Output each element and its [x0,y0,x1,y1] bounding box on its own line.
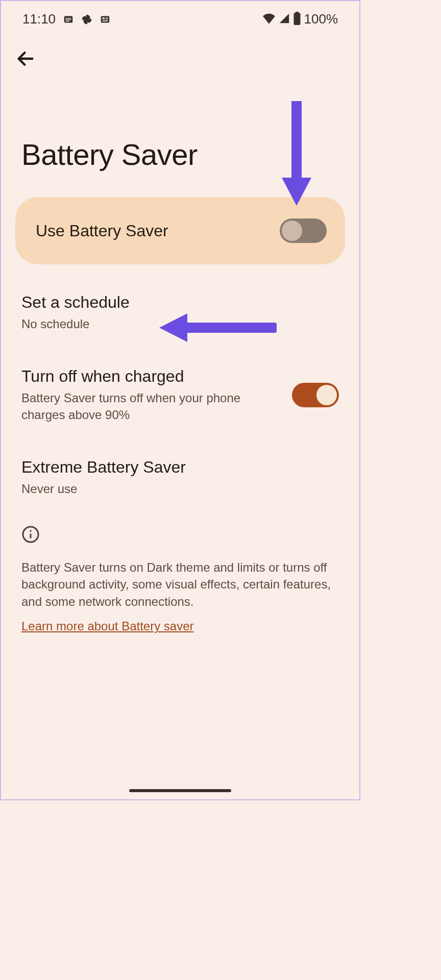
turn-off-when-charged-row[interactable]: Turn off when charged Battery Saver turn… [1,350,359,440]
turn-off-subtitle: Battery Saver turns off when your phone … [21,390,261,423]
set-schedule-row[interactable]: Set a schedule No schedule [1,264,359,350]
svg-rect-9 [103,20,108,21]
pinwheel-icon [81,14,92,25]
turn-off-title: Turn off when charged [21,367,261,386]
use-battery-saver-toggle[interactable] [280,218,327,243]
svg-rect-1 [66,18,71,18]
battery-percent: 100% [304,11,338,27]
nav-handle[interactable] [129,789,231,792]
svg-rect-3 [66,20,69,21]
cell-signal-icon [279,13,290,26]
back-button[interactable] [15,62,36,70]
svg-rect-7 [106,18,108,19]
messages-icon [63,14,74,25]
turn-off-when-charged-toggle[interactable] [292,383,339,407]
svg-rect-10 [293,13,300,25]
extreme-subtitle: Never use [21,481,186,497]
info-icon [21,525,339,546]
info-text: Battery Saver turns on Dark theme and li… [21,559,339,610]
info-section: Battery Saver turns on Dark theme and li… [1,515,359,634]
svg-rect-5 [103,17,105,19]
learn-more-link[interactable]: Learn more about Battery saver [21,619,194,633]
status-bar: 11:10 100% [1,1,359,32]
set-schedule-title: Set a schedule [21,293,130,312]
extreme-battery-saver-row[interactable]: Extreme Battery Saver Never use [1,440,359,514]
battery-icon [293,12,301,27]
svg-rect-4 [101,16,110,22]
status-time: 11:10 [22,11,56,27]
svg-rect-6 [106,17,108,18]
status-left: 11:10 [22,11,111,27]
use-battery-saver-row[interactable]: Use Battery Saver [15,197,345,264]
svg-rect-11 [295,12,299,13]
svg-rect-2 [66,19,71,20]
page-title: Battery Saver [1,71,359,197]
wifi-icon [262,13,276,26]
news-icon [100,14,111,25]
extreme-title: Extreme Battery Saver [21,458,186,477]
svg-rect-8 [103,19,108,20]
svg-point-14 [30,530,32,532]
set-schedule-subtitle: No schedule [21,316,130,332]
use-battery-saver-label: Use Battery Saver [36,222,168,240]
status-right: 100% [262,11,338,27]
